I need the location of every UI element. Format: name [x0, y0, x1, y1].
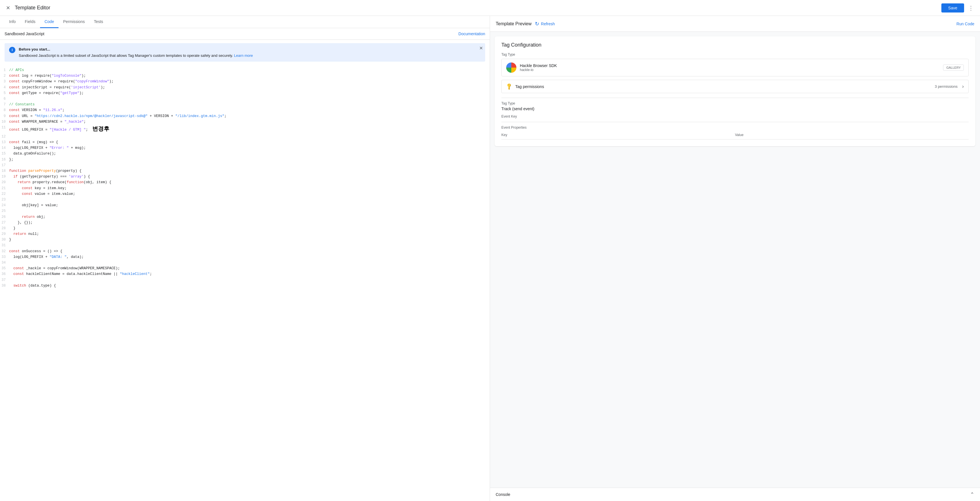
code-panel-header: Sandboxed JavaScript Documentation [0, 28, 490, 40]
code-line-6: 6 [0, 96, 490, 102]
tag-config-card: Tag Configuration Tag Type Hackle Browse… [495, 37, 975, 146]
left-panel: Info Fields Code Permissions Tests Sandb… [0, 16, 490, 501]
tab-permissions[interactable]: Permissions [59, 16, 89, 28]
event-key-label: Event Key [501, 115, 969, 118]
gallery-badge: GALLERY [943, 64, 964, 71]
code-line-24: 24 obj[key] = value; [0, 202, 490, 208]
preview-content: Tag Configuration Tag Type Hackle Browse… [490, 32, 980, 488]
header-right: Save ⋮ [941, 3, 975, 13]
code-line-27: 27 }, {}); [0, 220, 490, 226]
code-line-35: 35 const _hackle = copyFromWindow(WRAPPE… [0, 266, 490, 271]
save-button[interactable]: Save [941, 3, 964, 13]
key-column-header: Key [501, 133, 735, 137]
banner-body: Sandboxed JavaScript is a limited subset… [19, 53, 233, 58]
code-line-13: 13 const fail = (msg) => { [0, 140, 490, 145]
code-line-9: 9 const URL = "https://cdn2.hackle.io/np… [0, 113, 490, 119]
event-props-header: Key Value [501, 130, 969, 140]
event-props-title: Event Properties [501, 126, 969, 129]
code-line-31: 31 [0, 243, 490, 248]
code-line-21: 21 const key = item.key; [0, 186, 490, 191]
console-expand-icon[interactable]: ⌃ [970, 491, 974, 498]
permissions-count: 3 permissions [935, 84, 958, 89]
code-line-37: 37 [0, 277, 490, 283]
code-editor[interactable]: 1 // APIs 2 const log = require("logToCo… [0, 65, 490, 501]
code-line-14: 14 log(LOG_PREFIX + "Error: " + msg); [0, 145, 490, 151]
code-line-11: 11 const LOG_PREFIX = "[Hackle / GTM] ";… [0, 125, 490, 134]
preview-header-left: Template Preview ↻ Refresh [496, 21, 555, 27]
console-section: Console ⌃ [490, 488, 980, 501]
key-icon: 🔑 [505, 83, 513, 91]
value-column-header: Value [735, 133, 969, 137]
tab-bar: Info Fields Code Permissions Tests [0, 16, 490, 28]
code-line-23: 23 [0, 197, 490, 202]
code-line-25: 25 [0, 208, 490, 214]
run-code-link[interactable]: Run Code [956, 22, 974, 26]
app-title: Template Editor [15, 5, 50, 11]
code-line-10: 10 const WRAPPER_NAMESPACE = "_hackle"; [0, 119, 490, 125]
tag-type-label: Tag Type [501, 52, 969, 57]
code-line-4: 4 const injectScript = require('injectSc… [0, 84, 490, 90]
tag-type-row: Hackle Browser SDK hackle-io GALLERY [501, 59, 969, 76]
code-line-36: 36 const hackleClientName = data.hackleC… [0, 271, 490, 277]
divider2 [501, 122, 969, 122]
refresh-button[interactable]: ↻ Refresh [535, 21, 555, 27]
refresh-icon: ↻ [535, 21, 539, 27]
tab-code[interactable]: Code [40, 16, 59, 28]
header-left: ✕ Template Editor [5, 5, 50, 11]
code-line-15: 15 data.gtmOnFailure(); [0, 151, 490, 156]
hackle-info: Hackle Browser SDK hackle-io [520, 63, 940, 72]
documentation-link[interactable]: Documentation [458, 32, 485, 36]
code-line-34: 34 [0, 260, 490, 266]
info-banner: i Before you start... Sandboxed JavaScri… [5, 43, 485, 62]
hackle-sdk-name: Hackle Browser SDK [520, 63, 940, 68]
code-line-5: 5 const getType = require("getType"); [0, 90, 490, 96]
close-icon[interactable]: ✕ [5, 5, 11, 11]
code-editor-wrapper: 1 // APIs 2 const log = require("logToCo… [0, 65, 490, 501]
code-line-16: 16 }; [0, 157, 490, 162]
code-line-29: 29 return null; [0, 231, 490, 237]
refresh-label: Refresh [541, 22, 555, 26]
tab-fields[interactable]: Fields [20, 16, 40, 28]
code-line-20: 20 return property.reduce(function(obj, … [0, 180, 490, 185]
tag-config-title: Tag Configuration [501, 42, 969, 48]
tab-tests[interactable]: Tests [89, 16, 108, 28]
more-options-icon[interactable]: ⋮ [966, 3, 975, 13]
info-icon: i [9, 47, 15, 53]
code-line-3: 3 const copyFromWindow = require("copyFr… [0, 79, 490, 84]
preview-title: Template Preview [496, 21, 531, 26]
code-line-2: 2 const log = require("logToConsole"); [0, 73, 490, 79]
code-line-30: 30 } [0, 237, 490, 243]
permissions-label: Tag permissions [515, 84, 931, 89]
code-line-32: 32 const onSuccess = () => { [0, 248, 490, 254]
info-banner-text: Before you start... Sandboxed JavaScript… [19, 46, 480, 58]
sandboxed-js-label: Sandboxed JavaScript [5, 32, 44, 36]
chevron-right-icon: › [962, 84, 964, 89]
code-line-1: 1 // APIs [0, 67, 490, 73]
preview-header: Template Preview ↻ Refresh Run Code [490, 16, 980, 32]
learn-more-link[interactable]: Learn more [234, 53, 253, 58]
code-line-33: 33 log(LOG_PREFIX + "DATA: ", data); [0, 254, 490, 260]
main-layout: Info Fields Code Permissions Tests Sandb… [0, 16, 980, 501]
console-title: Console [496, 492, 510, 497]
type-section-value: Track (send event) [501, 107, 969, 111]
hackle-sdk-domain: hackle-io [520, 68, 940, 72]
app-header: ✕ Template Editor Save ⋮ [0, 0, 980, 16]
hackle-logo [506, 62, 516, 73]
code-line-19: 19 if (getType(property) === 'array') { [0, 174, 490, 180]
code-line-26: 26 return obj; [0, 214, 490, 220]
right-panel: Template Preview ↻ Refresh Run Code Tag … [490, 16, 980, 501]
code-line-22: 22 const value = item.value; [0, 191, 490, 197]
type-section-label: Tag Type [501, 102, 969, 105]
code-line-28: 28 } [0, 226, 490, 231]
code-line-7: 7 // Constants [0, 102, 490, 107]
code-line-12: 12 [0, 134, 490, 140]
tab-info[interactable]: Info [5, 16, 20, 28]
code-line-8: 8 const VERSION = "11.26.x"; [0, 107, 490, 113]
banner-title: Before you start... [19, 46, 480, 52]
code-line-17: 17 [0, 162, 490, 168]
code-line-18: 18 function parseProperty(property) { [0, 168, 490, 174]
divider [501, 98, 969, 98]
banner-close-icon[interactable]: ✕ [479, 45, 483, 51]
tag-permissions-row[interactable]: 🔑 Tag permissions 3 permissions › [501, 80, 969, 93]
code-line-38: 38 switch (data.type) { [0, 283, 490, 289]
